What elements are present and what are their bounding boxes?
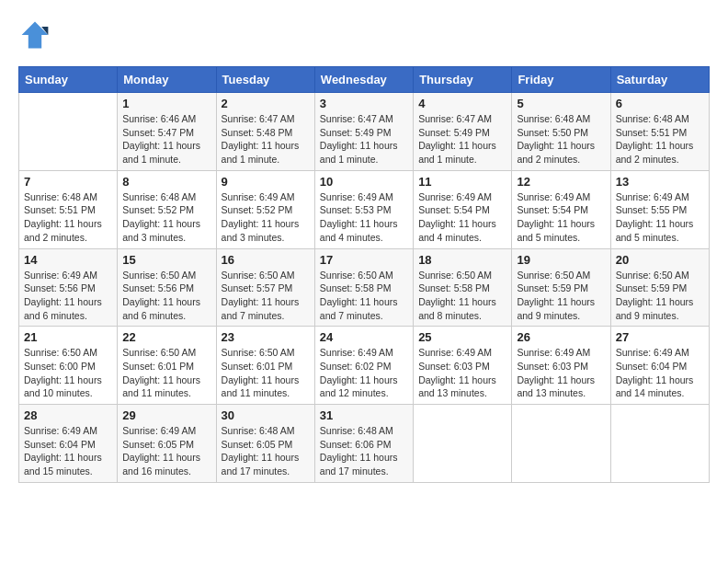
day-number: 4 (418, 97, 506, 110)
calendar-cell: 16Sunrise: 6:50 AM Sunset: 5:57 PM Dayli… (216, 248, 314, 327)
svg-marker-0 (22, 22, 49, 49)
day-info: Sunrise: 6:49 AM Sunset: 5:55 PM Dayligh… (616, 190, 704, 245)
calendar-cell: 22Sunrise: 6:50 AM Sunset: 6:01 PM Dayli… (118, 327, 216, 405)
day-number: 10 (320, 175, 408, 189)
calendar-cell: 11Sunrise: 6:49 AM Sunset: 5:54 PM Dayli… (414, 170, 512, 248)
day-number: 26 (517, 330, 605, 344)
day-info: Sunrise: 6:50 AM Sunset: 5:59 PM Dayligh… (517, 269, 605, 323)
day-number: 20 (616, 253, 704, 267)
header-row: SundayMondayTuesdayWednesdayThursdayFrid… (19, 67, 710, 93)
day-info: Sunrise: 6:48 AM Sunset: 6:05 PM Dayligh… (222, 424, 310, 478)
logo-icon (18, 18, 51, 52)
calendar-cell: 28Sunrise: 6:49 AM Sunset: 6:04 PM Dayli… (19, 405, 118, 483)
header-day: Thursday (414, 67, 512, 93)
calendar-cell: 29Sunrise: 6:49 AM Sunset: 6:05 PM Dayli… (118, 405, 216, 483)
calendar-cell (512, 405, 610, 483)
calendar-cell (610, 405, 709, 483)
calendar-cell: 6Sunrise: 6:48 AM Sunset: 5:51 PM Daylig… (610, 93, 709, 171)
day-info: Sunrise: 6:50 AM Sunset: 6:00 PM Dayligh… (24, 346, 112, 400)
day-info: Sunrise: 6:49 AM Sunset: 6:05 PM Dayligh… (122, 424, 210, 478)
calendar-week: 14Sunrise: 6:49 AM Sunset: 5:56 PM Dayli… (19, 248, 710, 327)
calendar-cell: 2Sunrise: 6:47 AM Sunset: 5:48 PM Daylig… (216, 93, 314, 171)
calendar-cell: 12Sunrise: 6:49 AM Sunset: 5:54 PM Dayli… (512, 170, 610, 248)
day-info: Sunrise: 6:48 AM Sunset: 6:06 PM Dayligh… (320, 424, 408, 478)
day-info: Sunrise: 6:49 AM Sunset: 5:54 PM Dayligh… (418, 190, 506, 245)
day-number: 6 (616, 97, 704, 110)
calendar-cell: 20Sunrise: 6:50 AM Sunset: 5:59 PM Dayli… (610, 248, 709, 327)
calendar-cell (19, 93, 118, 171)
calendar-cell: 26Sunrise: 6:49 AM Sunset: 6:03 PM Dayli… (512, 327, 610, 405)
day-number: 12 (517, 175, 605, 189)
day-number: 18 (418, 253, 506, 267)
header-day: Friday (512, 67, 610, 93)
calendar-cell: 15Sunrise: 6:50 AM Sunset: 5:56 PM Dayli… (118, 248, 216, 327)
day-number: 28 (24, 408, 112, 422)
calendar-header: SundayMondayTuesdayWednesdayThursdayFrid… (19, 67, 710, 93)
day-info: Sunrise: 6:50 AM Sunset: 5:56 PM Dayligh… (122, 269, 210, 323)
day-number: 14 (24, 253, 112, 267)
day-info: Sunrise: 6:49 AM Sunset: 6:04 PM Dayligh… (24, 424, 112, 478)
day-info: Sunrise: 6:49 AM Sunset: 5:53 PM Dayligh… (320, 190, 408, 245)
day-info: Sunrise: 6:48 AM Sunset: 5:51 PM Dayligh… (616, 112, 704, 167)
calendar-week: 21Sunrise: 6:50 AM Sunset: 6:00 PM Dayli… (19, 327, 710, 405)
day-info: Sunrise: 6:49 AM Sunset: 6:03 PM Dayligh… (517, 346, 605, 400)
day-number: 5 (517, 97, 605, 110)
day-number: 25 (418, 330, 506, 344)
day-info: Sunrise: 6:50 AM Sunset: 5:58 PM Dayligh… (320, 269, 408, 323)
day-info: Sunrise: 6:48 AM Sunset: 5:52 PM Dayligh… (122, 190, 210, 245)
calendar-body: 1Sunrise: 6:46 AM Sunset: 5:47 PM Daylig… (19, 93, 710, 483)
page-header (18, 18, 710, 52)
calendar-cell: 7Sunrise: 6:48 AM Sunset: 5:51 PM Daylig… (19, 170, 118, 248)
calendar-week: 1Sunrise: 6:46 AM Sunset: 5:47 PM Daylig… (19, 93, 710, 171)
day-number: 11 (418, 175, 506, 189)
day-info: Sunrise: 6:49 AM Sunset: 6:02 PM Dayligh… (320, 346, 408, 400)
day-info: Sunrise: 6:46 AM Sunset: 5:47 PM Dayligh… (122, 112, 210, 167)
calendar-cell: 13Sunrise: 6:49 AM Sunset: 5:55 PM Dayli… (610, 170, 709, 248)
day-number: 27 (616, 330, 704, 344)
calendar-cell: 8Sunrise: 6:48 AM Sunset: 5:52 PM Daylig… (118, 170, 216, 248)
calendar-cell: 4Sunrise: 6:47 AM Sunset: 5:49 PM Daylig… (414, 93, 512, 171)
day-info: Sunrise: 6:50 AM Sunset: 6:01 PM Dayligh… (222, 346, 310, 400)
day-number: 8 (122, 175, 210, 189)
day-number: 13 (616, 175, 704, 189)
calendar-cell: 5Sunrise: 6:48 AM Sunset: 5:50 PM Daylig… (512, 93, 610, 171)
day-info: Sunrise: 6:50 AM Sunset: 5:57 PM Dayligh… (222, 269, 310, 323)
day-number: 7 (24, 175, 112, 189)
logo (18, 18, 55, 52)
calendar-cell: 24Sunrise: 6:49 AM Sunset: 6:02 PM Dayli… (314, 327, 413, 405)
calendar-cell: 21Sunrise: 6:50 AM Sunset: 6:00 PM Dayli… (19, 327, 118, 405)
day-number: 31 (320, 408, 408, 422)
day-info: Sunrise: 6:48 AM Sunset: 5:50 PM Dayligh… (517, 112, 605, 167)
day-info: Sunrise: 6:49 AM Sunset: 5:52 PM Dayligh… (222, 190, 310, 245)
calendar-cell: 3Sunrise: 6:47 AM Sunset: 5:49 PM Daylig… (314, 93, 413, 171)
header-day: Tuesday (216, 67, 314, 93)
header-day: Sunday (19, 67, 118, 93)
day-info: Sunrise: 6:48 AM Sunset: 5:51 PM Dayligh… (24, 190, 112, 245)
calendar-cell: 10Sunrise: 6:49 AM Sunset: 5:53 PM Dayli… (314, 170, 413, 248)
calendar-cell: 25Sunrise: 6:49 AM Sunset: 6:03 PM Dayli… (414, 327, 512, 405)
day-number: 1 (122, 97, 210, 110)
day-info: Sunrise: 6:50 AM Sunset: 5:59 PM Dayligh… (616, 269, 704, 323)
calendar-week: 7Sunrise: 6:48 AM Sunset: 5:51 PM Daylig… (19, 170, 710, 248)
day-number: 22 (122, 330, 210, 344)
header-day: Monday (118, 67, 216, 93)
day-info: Sunrise: 6:49 AM Sunset: 5:56 PM Dayligh… (24, 269, 112, 323)
calendar-cell: 9Sunrise: 6:49 AM Sunset: 5:52 PM Daylig… (216, 170, 314, 248)
day-info: Sunrise: 6:50 AM Sunset: 6:01 PM Dayligh… (122, 346, 210, 400)
day-number: 30 (222, 408, 310, 422)
header-day: Saturday (610, 67, 709, 93)
day-number: 16 (222, 253, 310, 267)
day-number: 19 (517, 253, 605, 267)
day-info: Sunrise: 6:49 AM Sunset: 6:03 PM Dayligh… (418, 346, 506, 400)
calendar-cell: 27Sunrise: 6:49 AM Sunset: 6:04 PM Dayli… (610, 327, 709, 405)
day-number: 23 (222, 330, 310, 344)
header-day: Wednesday (314, 67, 413, 93)
calendar-cell: 30Sunrise: 6:48 AM Sunset: 6:05 PM Dayli… (216, 405, 314, 483)
day-number: 9 (222, 175, 310, 189)
day-number: 17 (320, 253, 408, 267)
calendar-cell: 18Sunrise: 6:50 AM Sunset: 5:58 PM Dayli… (414, 248, 512, 327)
calendar-cell: 1Sunrise: 6:46 AM Sunset: 5:47 PM Daylig… (118, 93, 216, 171)
calendar-cell: 31Sunrise: 6:48 AM Sunset: 6:06 PM Dayli… (314, 405, 413, 483)
day-number: 24 (320, 330, 408, 344)
day-info: Sunrise: 6:47 AM Sunset: 5:49 PM Dayligh… (418, 112, 506, 167)
